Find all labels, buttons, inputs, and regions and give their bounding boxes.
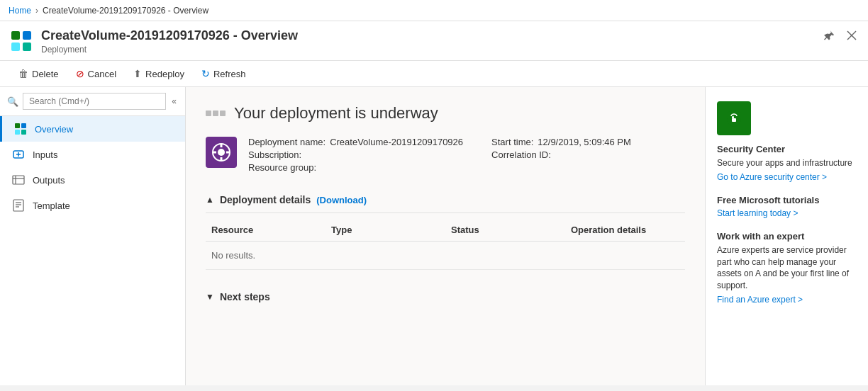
header-left: CreateVolume-20191209170926 - Overview D… — [9, 28, 298, 55]
breadcrumb-home[interactable]: Home — [9, 6, 31, 16]
col-status: Status — [445, 225, 565, 235]
template-nav-icon — [11, 198, 26, 212]
sidebar-item-overview[interactable]: Overview — [0, 116, 185, 142]
col-type: Type — [326, 225, 445, 235]
refresh-icon: ↻ — [201, 68, 210, 79]
col-operation: Operation details — [565, 225, 685, 235]
svg-rect-11 — [13, 176, 24, 184]
search-box: 🔍 « — [0, 87, 185, 116]
deployment-info-left: Deployment name: CreateVolume-2019120917… — [248, 137, 463, 173]
pin-button[interactable] — [821, 28, 838, 45]
header-actions — [821, 28, 859, 45]
redeploy-label: Redeploy — [145, 69, 184, 79]
deployment-status-header: Your deployment is underway — [206, 104, 685, 123]
header-text: CreateVolume-20191209170926 - Overview D… — [41, 28, 298, 55]
app-logo — [9, 28, 34, 54]
expert-title: Work with an expert — [717, 231, 857, 242]
expert-link[interactable]: Find an Azure expert > — [717, 295, 857, 305]
breadcrumb-separator: › — [35, 6, 38, 16]
collapse-button[interactable]: « — [170, 95, 178, 108]
sidebar-item-inputs[interactable]: Inputs — [0, 142, 185, 167]
sidebar-item-label-overview: Overview — [35, 124, 73, 135]
breadcrumb: Home › CreateVolume-20191209170926 - Ove… — [9, 6, 208, 16]
delete-label: Delete — [32, 69, 59, 79]
sidebar-item-label-inputs: Inputs — [33, 149, 57, 160]
security-center-link[interactable]: Go to Azure security center > — [717, 172, 857, 182]
refresh-label: Refresh — [213, 69, 246, 79]
security-center-section: Security Center Secure your apps and inf… — [717, 101, 857, 182]
status-dots — [206, 110, 226, 116]
cancel-icon: ⊘ — [76, 68, 84, 79]
start-time-label: Start time: — [491, 137, 533, 147]
next-steps-section[interactable]: ▼ Next steps — [206, 284, 685, 310]
svg-rect-20 — [221, 144, 223, 147]
search-input[interactable] — [23, 93, 166, 110]
security-icon — [717, 101, 751, 135]
status-dot-1 — [206, 110, 211, 116]
deployment-status-title: Your deployment is underway — [234, 104, 438, 123]
sidebar-item-label-template: Template — [33, 200, 70, 211]
next-steps-toggle[interactable]: ▼ — [206, 292, 214, 302]
breadcrumb-current: CreateVolume-20191209170926 - Overview — [43, 6, 208, 16]
sidebar-item-template[interactable]: Template — [0, 193, 185, 218]
svg-rect-22 — [213, 152, 216, 154]
refresh-button[interactable]: ↻ Refresh — [194, 65, 253, 82]
svg-rect-2 — [11, 42, 20, 51]
main-layout: 🔍 « Overview Inputs Outputs Template You… — [0, 87, 868, 385]
search-icon: 🔍 — [7, 96, 18, 107]
redeploy-icon: ⬆ — [133, 68, 142, 79]
download-link[interactable]: (Download) — [316, 195, 367, 205]
svg-rect-14 — [13, 200, 23, 211]
deployment-details-header: ▲ Deployment details (Download) — [206, 187, 685, 213]
overview-nav-icon — [13, 122, 28, 136]
delete-icon: 🗑 — [18, 68, 28, 79]
svg-rect-1 — [23, 31, 31, 40]
svg-rect-0 — [11, 31, 20, 40]
status-dot-3 — [220, 110, 226, 116]
svg-rect-8 — [15, 130, 20, 135]
deployment-name-label: Deployment name: — [248, 137, 326, 147]
security-center-title: Security Center — [717, 144, 857, 154]
close-button[interactable] — [844, 29, 859, 45]
deployment-details-section: ▲ Deployment details (Download) Resource… — [206, 187, 685, 270]
outputs-nav-icon — [11, 173, 26, 187]
top-bar: Home › CreateVolume-20191209170926 - Ove… — [0, 0, 868, 21]
sidebar-item-outputs[interactable]: Outputs — [0, 167, 185, 193]
tutorials-section: Free Microsoft tutorials Start learning … — [717, 195, 857, 218]
subscription-label: Subscription: — [248, 149, 301, 160]
main-content: Your deployment is underway Deployment n… — [186, 87, 705, 385]
svg-rect-21 — [221, 157, 223, 161]
expert-section: Work with an expert Azure experts are se… — [717, 231, 857, 305]
nav-menu: Overview Inputs Outputs Template — [0, 116, 185, 218]
col-resource: Resource — [206, 225, 326, 235]
next-steps-label: Next steps — [220, 291, 270, 302]
cancel-button[interactable]: ⊘ Cancel — [69, 65, 123, 82]
page-subtitle: Deployment — [41, 45, 298, 55]
table-header: Resource Type Status Operation details — [206, 219, 685, 242]
svg-rect-3 — [23, 42, 31, 51]
page-title: CreateVolume-20191209170926 - Overview — [41, 28, 298, 43]
expert-desc: Azure experts are service provider part … — [717, 244, 857, 292]
start-time-value: 12/9/2019, 5:09:46 PM — [538, 137, 631, 147]
cancel-label: Cancel — [88, 69, 116, 79]
svg-rect-9 — [21, 130, 26, 135]
deployment-info: Deployment name: CreateVolume-2019120917… — [206, 137, 685, 173]
sidebar-item-label-outputs: Outputs — [33, 175, 65, 186]
deployment-icon — [206, 137, 237, 168]
page-header: CreateVolume-20191209170926 - Overview D… — [0, 21, 868, 61]
delete-button[interactable]: 🗑 Delete — [11, 65, 66, 82]
inputs-nav-icon — [11, 147, 26, 162]
right-panel: Security Center Secure your apps and inf… — [705, 87, 868, 385]
security-center-desc: Secure your apps and infrastructure — [717, 157, 857, 169]
tutorials-title: Free Microsoft tutorials — [717, 195, 857, 205]
deployment-info-right: Start time: 12/9/2019, 5:09:46 PM Correl… — [491, 137, 631, 160]
svg-rect-6 — [15, 123, 20, 128]
redeploy-button[interactable]: ⬆ Redeploy — [126, 65, 191, 82]
no-results: No results. — [206, 242, 685, 270]
svg-point-19 — [218, 149, 225, 156]
svg-rect-25 — [732, 118, 736, 122]
deployment-name-value: CreateVolume-20191209170926 — [330, 137, 463, 147]
deployment-details-toggle[interactable]: ▲ — [206, 195, 214, 205]
deployment-details-label: Deployment details — [220, 194, 311, 205]
tutorials-link[interactable]: Start learning today > — [717, 208, 857, 218]
